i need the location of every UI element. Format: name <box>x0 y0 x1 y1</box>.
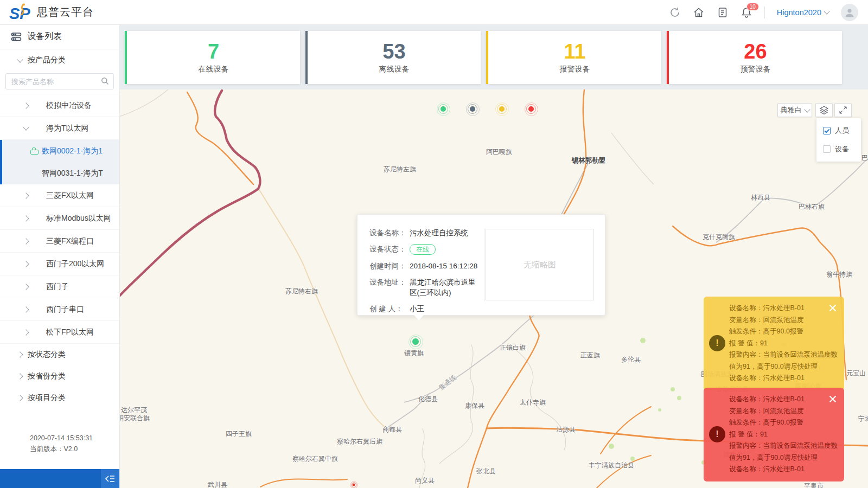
chevron-icon <box>23 284 29 290</box>
alert-icon: ! <box>709 426 725 442</box>
layers-button[interactable] <box>815 103 833 117</box>
tree-item[interactable]: 三菱FX编程口 <box>0 230 119 253</box>
tree-item-label: 西门子200以太网 <box>46 259 104 269</box>
tree-item-label: 松下FP以太网 <box>46 328 94 337</box>
notification-badge: 10 <box>746 3 759 11</box>
sidebar-category-item[interactable]: 按项目分类 <box>0 387 119 409</box>
search-input[interactable] <box>5 73 114 89</box>
stat-label: 预警设备 <box>741 65 771 74</box>
sidebar-title: 设备列表 <box>0 24 119 49</box>
toast-line: 报警内容：当前设备回流泵池温度数值为91，高于90.0请尽快处理 <box>729 349 838 373</box>
chevron-icon <box>23 306 29 312</box>
map-style-value: 典雅白 <box>781 105 802 115</box>
tree-item-label: 标准Modbus以太网 <box>46 214 111 223</box>
sidebar-category-item[interactable]: 按省份分类 <box>0 365 119 387</box>
tree-item[interactable]: 数网0002-1-海为1 <box>0 140 119 162</box>
document-icon[interactable] <box>717 7 729 18</box>
tree-item-label: 智网0031-1-海为T <box>42 169 103 178</box>
notification-bell-icon[interactable]: 10 <box>741 7 752 18</box>
tree-item[interactable]: 西门子200以太网 <box>0 253 119 275</box>
sidebar-category-item[interactable]: 按状态分类 <box>0 344 119 365</box>
layer-panel: 人员 设备 <box>816 118 861 162</box>
device-name-value: 污水处理自控系统 <box>410 228 478 238</box>
device-marker-icon[interactable] <box>412 338 419 345</box>
product-search <box>5 73 114 89</box>
collapse-sidebar-button[interactable] <box>101 469 119 488</box>
tree-item[interactable]: 海为T以太网 <box>0 117 119 140</box>
map-style-selector[interactable]: 典雅白 <box>777 103 812 117</box>
tree-item[interactable]: 松下FP以太网 <box>0 321 119 344</box>
close-icon[interactable] <box>829 395 837 403</box>
layer-label: 设备 <box>835 144 849 154</box>
stat-card[interactable]: 26 预警设备 <box>667 31 842 84</box>
map[interactable]: 阿巴嘎旗苏尼特左旗锡林郭勒盟巴林左旗林西县巴林右旗克什克腾旗翁牛特旗苏尼特右旗镶… <box>119 89 868 488</box>
stat-card[interactable]: 11 报警设备 <box>486 31 661 84</box>
tree-item-label: 西门子 <box>46 282 69 292</box>
thumbnail-placeholder: 无缩略图 <box>486 229 594 300</box>
search-icon <box>101 77 109 85</box>
sidebar: 设备列表 按产品分类 模拟中冶设备 海为T以太网 <box>0 24 120 488</box>
chevron-icon <box>23 215 29 221</box>
sidebar-item-label: 按项目分类 <box>28 393 66 403</box>
chevron-icon <box>23 329 29 335</box>
legend-marker-icon <box>441 106 446 112</box>
tree-item[interactable]: 模拟中冶设备 <box>0 94 119 117</box>
fullscreen-button[interactable] <box>834 103 852 117</box>
field-label: 设备地址： <box>369 277 410 298</box>
chevron-down-icon <box>824 8 829 14</box>
tree-item-label: 三菱FX编程口 <box>46 236 94 246</box>
device-list-icon <box>11 32 22 42</box>
alert-marker-icon[interactable] <box>353 484 355 486</box>
tree-item[interactable]: 标准Modbus以太网 <box>0 207 119 230</box>
stat-label: 离线设备 <box>379 65 410 74</box>
chevron-right-icon <box>17 351 23 357</box>
tree-item[interactable]: 智网0031-1-海为T <box>0 162 119 184</box>
chevron-icon <box>23 102 29 108</box>
sidebar-item-label: 按状态分类 <box>28 350 66 359</box>
layer-checkbox-row[interactable]: 设备 <box>816 140 861 158</box>
field-label: 创建时间： <box>369 261 410 271</box>
stat-value: 26 <box>744 41 767 62</box>
logo-text: SP <box>9 5 30 22</box>
toast-line: 报 警 值：91 <box>729 338 838 350</box>
checkbox-icon <box>823 127 831 134</box>
stat-label: 在线设备 <box>199 65 229 74</box>
toast-line: 触发条件：高于90.0报警 <box>729 417 838 429</box>
tree-item[interactable]: 三菱FX以太网 <box>0 184 119 207</box>
tree-item[interactable]: 西门子 <box>0 275 119 298</box>
version-label: 当前版本：V2.0 <box>30 444 93 454</box>
sidebar-item-by-product[interactable]: 按产品分类 <box>0 49 119 71</box>
layer-checkbox-row[interactable]: 人员 <box>816 121 861 140</box>
chevron-icon <box>23 124 29 130</box>
creator-value: 小王 <box>410 304 478 314</box>
stat-label: 报警设备 <box>560 65 590 74</box>
legend-marker-icon <box>528 106 534 112</box>
username-label: Hignton2020 <box>777 8 821 17</box>
chevron-down-icon <box>17 56 23 62</box>
chevron-icon <box>23 261 29 267</box>
field-label: 设备名称： <box>369 228 410 238</box>
header-divider <box>764 7 765 18</box>
stat-value: 7 <box>208 41 219 62</box>
app-title: 思普云平台 <box>37 5 94 20</box>
legend-marker-icon <box>499 106 505 112</box>
stat-card[interactable]: 53 离线设备 <box>305 31 481 84</box>
toast-line: 报警内容：当前设备回流泵池温度数值为91，高于90.0请尽快处理 <box>729 440 838 464</box>
sidebar-footer: 2020-07-14 15:53:31 当前版本：V2.0 <box>30 433 93 454</box>
avatar[interactable] <box>841 4 858 21</box>
close-icon[interactable] <box>829 304 837 312</box>
product-tree: 模拟中冶设备 海为T以太网 数网0002-1-海为1 智网0031-1-海为T <box>0 94 119 344</box>
stat-card[interactable]: 7 在线设备 <box>125 31 300 84</box>
tree-item-label: 数网0002-1-海为1 <box>42 146 103 156</box>
tree-item-label: 模拟中冶设备 <box>46 101 92 111</box>
tree-item[interactable]: 西门子串口 <box>0 298 119 321</box>
fullscreen-icon <box>839 106 847 114</box>
alert-icon: ! <box>709 335 725 351</box>
refresh-icon[interactable] <box>669 7 681 18</box>
chevron-down-icon <box>804 106 810 112</box>
toast-line: 设备名称：污水处理B-01 <box>729 373 838 384</box>
home-icon[interactable] <box>693 7 705 18</box>
user-menu[interactable]: Hignton2020 <box>777 8 829 17</box>
category-roots: 按状态分类 按省份分类 按项目分类 <box>0 344 119 409</box>
field-label: 设备状态： <box>369 244 410 255</box>
